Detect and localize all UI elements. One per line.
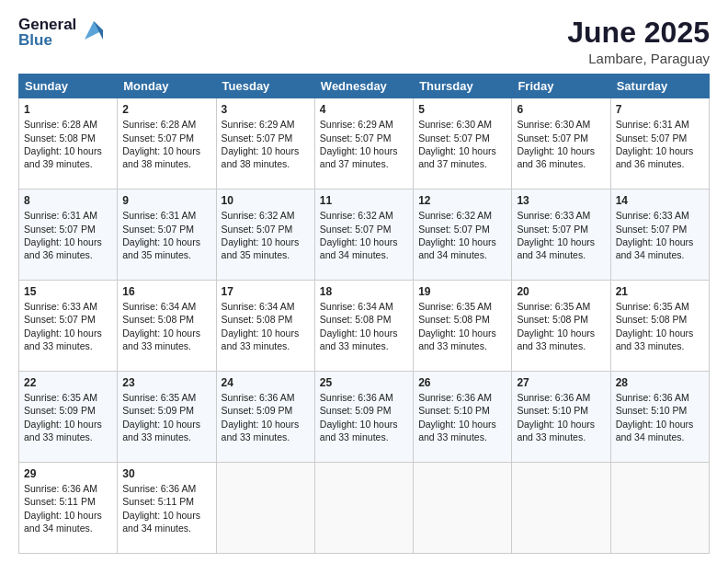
table-row [314,463,413,554]
day-info: Sunset: 5:07 PM [616,132,688,144]
day-number: 18 [320,284,408,299]
table-row: 10Sunrise: 6:32 AMSunset: 5:07 PMDayligh… [216,190,314,281]
day-info: Daylight: 10 hours [122,419,200,430]
logo-icon [81,17,107,47]
header: General Blue June 2025 Lambare, Paraguay [18,17,710,66]
table-row: 13Sunrise: 6:33 AMSunset: 5:07 PMDayligh… [512,190,610,281]
day-info: and 36 minutes. [24,249,93,260]
table-row: 18Sunrise: 6:34 AMSunset: 5:08 PMDayligh… [314,281,413,372]
day-info: Daylight: 10 hours [418,327,496,339]
day-info: Daylight: 10 hours [222,145,300,156]
day-info: Sunset: 5:08 PM [320,314,392,325]
day-info: Sunrise: 6:29 AM [222,119,295,130]
day-info: Daylight: 10 hours [616,419,694,430]
day-info: and 35 minutes. [222,249,290,260]
day-info: Daylight: 10 hours [122,510,200,521]
table-row: 23Sunrise: 6:35 AMSunset: 5:09 PMDayligh… [118,372,216,463]
day-info: Sunrise: 6:32 AM [320,210,393,221]
table-row: 27Sunrise: 6:36 AMSunset: 5:10 PMDayligh… [512,372,610,463]
day-info: and 34 minutes. [24,523,93,534]
day-info: and 33 minutes. [222,431,290,442]
day-info: Sunset: 5:08 PM [418,314,490,325]
day-info: Daylight: 10 hours [517,145,595,156]
table-row: 20Sunrise: 6:35 AMSunset: 5:08 PMDayligh… [512,281,610,372]
day-number: 27 [517,375,605,390]
col-sunday: Sunday [19,75,118,98]
day-info: and 36 minutes. [616,158,685,169]
table-row: 5Sunrise: 6:30 AMSunset: 5:07 PMDaylight… [414,98,512,190]
day-info: Sunset: 5:07 PM [24,224,96,235]
day-info: Sunrise: 6:29 AM [320,119,393,130]
day-info: and 33 minutes. [222,340,290,351]
day-info: Sunset: 5:07 PM [616,224,688,235]
day-info: Sunrise: 6:35 AM [122,392,196,403]
table-row: 29Sunrise: 6:36 AMSunset: 5:11 PMDayligh… [19,463,118,554]
weekday-row: Sunday Monday Tuesday Wednesday Thursday… [19,75,710,98]
day-info: Sunrise: 6:34 AM [122,301,196,312]
calendar-table: Sunday Monday Tuesday Wednesday Thursday… [18,74,710,554]
day-info: Sunrise: 6:36 AM [222,392,295,403]
day-info: Sunset: 5:09 PM [24,405,96,416]
day-number: 29 [24,466,112,481]
day-number: 12 [418,193,506,208]
table-row [216,463,314,554]
day-info: Daylight: 10 hours [320,419,398,430]
col-saturday: Saturday [610,75,709,98]
day-info: Sunset: 5:10 PM [616,405,688,416]
day-info: and 33 minutes. [418,340,487,351]
day-number: 13 [517,193,605,208]
day-info: Sunset: 5:07 PM [517,132,588,144]
table-row: 21Sunrise: 6:35 AMSunset: 5:08 PMDayligh… [610,281,709,372]
day-info: Sunset: 5:09 PM [320,405,392,416]
day-info: Daylight: 10 hours [24,419,102,430]
col-tuesday: Tuesday [216,75,314,98]
day-number: 20 [517,284,605,299]
day-number: 9 [122,193,210,208]
day-info: Sunrise: 6:35 AM [616,301,689,312]
day-number: 21 [616,284,704,299]
table-row [414,463,512,554]
day-number: 4 [320,102,408,117]
day-info: and 33 minutes. [517,431,586,442]
day-info: and 39 minutes. [24,158,93,169]
day-info: Daylight: 10 hours [616,327,694,339]
day-info: and 33 minutes. [122,340,191,351]
day-info: Sunrise: 6:36 AM [122,483,196,494]
title-block: June 2025 Lambare, Paraguay [567,17,710,66]
day-info: Daylight: 10 hours [418,145,496,156]
page: General Blue June 2025 Lambare, Paraguay… [0,0,728,563]
month-title: June 2025 [567,17,710,49]
day-info: Daylight: 10 hours [320,145,398,156]
day-info: and 37 minutes. [418,158,487,169]
table-row: 19Sunrise: 6:35 AMSunset: 5:08 PMDayligh… [414,281,512,372]
day-info: Sunset: 5:07 PM [222,224,293,235]
day-info: and 34 minutes. [517,249,586,260]
table-row: 4Sunrise: 6:29 AMSunset: 5:07 PMDaylight… [314,98,413,190]
day-info: Sunrise: 6:28 AM [24,119,97,130]
col-thursday: Thursday [414,75,512,98]
table-row: 11Sunrise: 6:32 AMSunset: 5:07 PMDayligh… [314,190,413,281]
day-info: Sunset: 5:08 PM [616,314,688,325]
day-info: Daylight: 10 hours [122,236,200,247]
day-info: Sunrise: 6:36 AM [517,392,590,403]
day-info: Sunrise: 6:34 AM [222,301,295,312]
day-number: 14 [616,193,704,208]
day-info: Daylight: 10 hours [24,327,102,339]
day-info: Daylight: 10 hours [320,327,398,339]
table-row [610,463,709,554]
location: Lambare, Paraguay [567,51,710,66]
day-info: Daylight: 10 hours [616,145,694,156]
table-row: 9Sunrise: 6:31 AMSunset: 5:07 PMDaylight… [118,190,216,281]
day-number: 2 [122,102,210,117]
calendar-week-row: 1Sunrise: 6:28 AMSunset: 5:08 PMDaylight… [19,98,710,190]
table-row: 3Sunrise: 6:29 AMSunset: 5:07 PMDaylight… [216,98,314,190]
day-info: and 33 minutes. [122,431,191,442]
logo: General Blue [18,17,107,48]
day-info: and 33 minutes. [517,340,586,351]
day-info: Sunset: 5:08 PM [517,314,588,325]
day-info: Sunrise: 6:32 AM [222,210,295,221]
day-info: and 38 minutes. [222,158,290,169]
col-monday: Monday [118,75,216,98]
day-info: Sunset: 5:07 PM [24,314,96,325]
day-info: Sunset: 5:07 PM [320,224,392,235]
